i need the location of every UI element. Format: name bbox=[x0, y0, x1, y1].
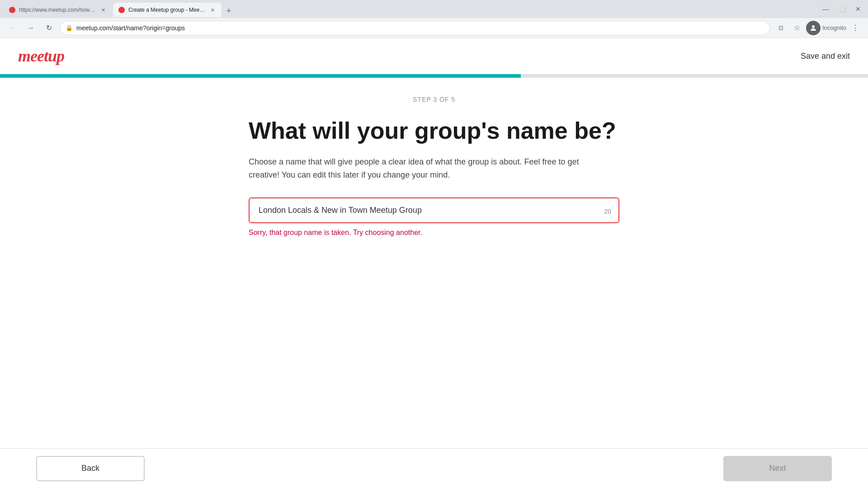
form-container: What will your group's name be? Choose a… bbox=[249, 117, 619, 237]
page-description: Choose a name that will give people a cl… bbox=[249, 155, 610, 182]
main-content: STEP 3 OF 5 What will your group's name … bbox=[0, 78, 868, 488]
toolbar-icons: ⊡ ☆ Incognito ⋮ bbox=[774, 21, 863, 35]
menu-icon[interactable]: ⋮ bbox=[848, 21, 863, 35]
new-tab-button[interactable]: + bbox=[222, 5, 235, 17]
group-name-input[interactable] bbox=[259, 206, 609, 215]
minimize-icon[interactable]: — bbox=[819, 3, 832, 15]
reload-button[interactable]: ↻ bbox=[42, 21, 56, 35]
progress-bar-fill bbox=[0, 74, 521, 78]
page-content: meetup Save and exit STEP 3 OF 5 What wi… bbox=[0, 38, 868, 488]
browser-tab-2[interactable]: Create a Meetup group - Meetup ✕ bbox=[113, 3, 222, 17]
tab2-label: Create a Meetup group - Meetup bbox=[128, 7, 205, 13]
svg-point-0 bbox=[812, 25, 815, 28]
page-heading: What will your group's name be? bbox=[249, 117, 619, 145]
browser-tabs: https://www.meetup.com/how-t... ✕ Create… bbox=[4, 1, 816, 17]
tab1-favicon bbox=[9, 7, 15, 13]
browser-titlebar: https://www.meetup.com/how-t... ✕ Create… bbox=[0, 0, 868, 18]
incognito-label: Incognito bbox=[822, 24, 846, 31]
error-message: Sorry, that group name is taken. Try cho… bbox=[249, 229, 619, 237]
back-button[interactable]: Back bbox=[36, 456, 145, 481]
progress-bar-container bbox=[0, 74, 868, 78]
next-button[interactable]: Next bbox=[723, 456, 832, 481]
char-count: 20 bbox=[604, 208, 611, 215]
cast-icon[interactable]: ⊡ bbox=[774, 21, 788, 35]
tab2-close-icon[interactable]: ✕ bbox=[209, 6, 216, 14]
bookmark-icon[interactable]: ☆ bbox=[790, 21, 804, 35]
step-indicator: STEP 3 OF 5 bbox=[413, 96, 455, 103]
incognito-badge: Incognito bbox=[822, 24, 846, 31]
site-header: meetup Save and exit bbox=[0, 38, 868, 74]
logo-text: meetup bbox=[18, 47, 64, 65]
profile-icon[interactable] bbox=[806, 21, 821, 35]
tab1-label: https://www.meetup.com/how-t... bbox=[19, 7, 96, 13]
page-footer: Back Next bbox=[0, 448, 868, 488]
address-text: meetup.com/start/name?origin=groups bbox=[76, 24, 764, 32]
window-controls: — ⬜ ✕ bbox=[819, 3, 864, 15]
browser-chrome: https://www.meetup.com/how-t... ✕ Create… bbox=[0, 0, 868, 38]
address-bar[interactable]: 🔒 meetup.com/start/name?origin=groups bbox=[60, 21, 770, 35]
maximize-icon[interactable]: ⬜ bbox=[835, 3, 848, 15]
tab1-close-icon[interactable]: ✕ bbox=[99, 6, 107, 14]
lock-icon: 🔒 bbox=[66, 24, 73, 31]
save-exit-button[interactable]: Save and exit bbox=[801, 52, 850, 61]
browser-toolbar: ← → ↻ 🔒 meetup.com/start/name?origin=gro… bbox=[0, 18, 868, 38]
tab2-favicon bbox=[118, 7, 125, 13]
forward-nav-button[interactable]: → bbox=[24, 21, 38, 35]
back-nav-button[interactable]: ← bbox=[5, 21, 20, 35]
close-window-icon[interactable]: ✕ bbox=[852, 3, 864, 15]
meetup-logo: meetup bbox=[18, 47, 64, 66]
group-name-input-wrapper: 20 bbox=[249, 197, 619, 223]
browser-tab-1[interactable]: https://www.meetup.com/how-t... ✕ bbox=[4, 3, 112, 17]
